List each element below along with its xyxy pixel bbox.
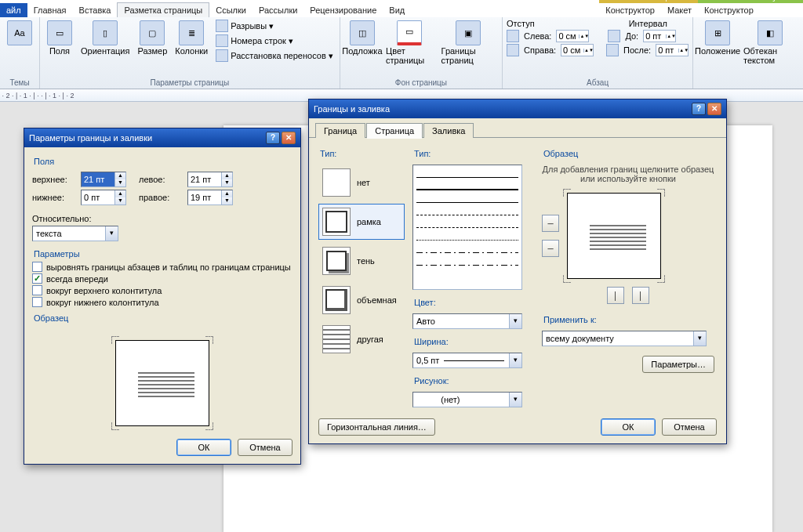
ribbon-tab-strip: айл Главная Вставка Разметка страницы Сс… xyxy=(0,0,803,17)
art-value: (нет) xyxy=(441,395,460,404)
chk-front[interactable]: ✓ xyxy=(32,273,42,284)
margin-top-spinner[interactable]: ▲▼ xyxy=(81,172,126,187)
group-arrange-label xyxy=(697,86,799,89)
spacing-after-icon xyxy=(606,44,619,56)
margin-bottom-input[interactable] xyxy=(82,190,114,204)
tab-insert[interactable]: Вставка xyxy=(73,3,118,17)
wrap-button[interactable]: ◧Обтекан текстом xyxy=(741,19,799,67)
chk-align-row[interactable]: выровнять границы абзацев и таблиц по гр… xyxy=(32,262,292,272)
options-title: Параметры границы и заливки xyxy=(29,133,152,143)
spacing-before-spinner[interactable]: 0 пт▲▼ xyxy=(643,30,676,42)
chk-footer[interactable] xyxy=(32,297,42,307)
spacing-after-spinner[interactable]: 0 пт▲▼ xyxy=(656,44,689,56)
page-color-label: Цвет страницы xyxy=(386,46,433,65)
setting-shadow[interactable]: тень xyxy=(318,243,405,279)
chk-header-label: вокруг верхнего колонтитула xyxy=(46,286,162,295)
apply-combo[interactable]: всему документу▾ xyxy=(542,331,707,346)
margin-right-input[interactable] xyxy=(188,190,221,204)
border-top-toggle[interactable]: ─ xyxy=(542,215,559,232)
tab-table-layout[interactable]: Макет xyxy=(661,3,698,17)
chevron-down-icon: ▾ xyxy=(509,353,521,367)
borders-help-button[interactable]: ? xyxy=(692,103,706,115)
indent-right-value: 0 см xyxy=(563,45,580,55)
tab-page-layout[interactable]: Разметка страницы xyxy=(117,2,209,17)
borders-ok-button[interactable]: ОК xyxy=(601,418,656,436)
columns-button[interactable]: ≣Колонки xyxy=(173,19,210,57)
tab-table-design[interactable]: Конструктор xyxy=(599,3,661,17)
indent-left-value: 0 см xyxy=(558,31,576,41)
border-bottom-toggle[interactable]: ─ xyxy=(542,240,559,257)
file-tab[interactable]: айл xyxy=(0,3,27,17)
preview-hint: Для добавления границ щелкните образец и… xyxy=(542,165,714,183)
indent-left-label: Слева: xyxy=(524,31,551,41)
relative-combo[interactable]: текста▾ xyxy=(32,226,118,241)
chk-footer-row[interactable]: вокруг нижнего колонтитула xyxy=(32,297,292,307)
margin-left-input[interactable] xyxy=(188,172,221,186)
tab-border[interactable]: Граница xyxy=(315,123,365,138)
tab-view[interactable]: Вид xyxy=(383,3,411,17)
margin-right-spinner[interactable]: ▲▼ xyxy=(187,190,233,205)
hyphenation-button[interactable]: Расстановка переносов ▾ xyxy=(213,49,335,63)
chk-footer-label: вокруг нижнего колонтитула xyxy=(46,298,159,307)
horizontal-line-button[interactable]: Горизонтальная линия… xyxy=(318,418,435,436)
borders-close-button[interactable]: ✕ xyxy=(707,103,721,115)
options-close-button[interactable]: ✕ xyxy=(282,132,296,144)
options-cancel-button[interactable]: Отмена xyxy=(238,439,292,456)
options-ok-button[interactable]: ОК xyxy=(176,439,231,456)
art-combo[interactable]: (нет)▾ xyxy=(412,392,522,407)
wrap-label: Обтекан текстом xyxy=(743,46,797,65)
setting-custom-label: другая xyxy=(357,335,383,344)
margins-button[interactable]: ▭Поля xyxy=(44,19,75,57)
chk-header-row[interactable]: вокруг верхнего колонтитула xyxy=(32,285,292,295)
style-listbox[interactable] xyxy=(412,165,522,290)
options-button[interactable]: Параметры… xyxy=(642,356,714,373)
border-left-toggle[interactable]: │ xyxy=(607,287,624,304)
color-combo[interactable]: Авто▾ xyxy=(412,313,522,329)
chk-front-row[interactable]: ✓всегда впереди xyxy=(32,273,292,284)
position-button[interactable]: ⊞Положение xyxy=(697,19,738,57)
breaks-button[interactable]: Разрывы ▾ xyxy=(213,19,335,33)
tab-review[interactable]: Рецензирование xyxy=(303,3,383,17)
margin-top-input[interactable] xyxy=(82,172,114,186)
borders-cancel-button[interactable]: Отмена xyxy=(662,418,717,436)
preview-sample[interactable] xyxy=(567,193,661,279)
setting-none[interactable]: нет xyxy=(318,165,405,201)
tab-shading[interactable]: Заливка xyxy=(423,123,474,138)
chk-align-label: выровнять границы абзацев и таблиц по гр… xyxy=(46,262,291,272)
line-numbers-button[interactable]: Номера строк ▾ xyxy=(213,34,335,48)
tab-mailings[interactable]: Рассылки xyxy=(253,3,303,17)
margin-bottom-spinner[interactable]: ▲▼ xyxy=(81,190,126,205)
hyphenation-icon xyxy=(216,49,228,62)
setting-box[interactable]: рамка xyxy=(318,204,405,240)
chk-align[interactable] xyxy=(32,262,42,272)
orientation-button[interactable]: ▯Ориентация xyxy=(78,19,132,57)
tab-header-design[interactable]: Конструктор xyxy=(698,3,760,17)
page-color-button[interactable]: ▭Цвет страницы xyxy=(383,19,435,67)
margin-right-label: правое: xyxy=(139,193,183,202)
size-button[interactable]: ▢Размер xyxy=(135,19,169,57)
position-label: Положение xyxy=(695,46,740,56)
margin-left-spinner[interactable]: ▲▼ xyxy=(187,172,233,187)
watermark-button[interactable]: ◫Подложка xyxy=(344,19,380,57)
themes-button[interactable]: Aa xyxy=(4,19,35,47)
tab-page[interactable]: Страница xyxy=(366,123,423,138)
width-combo[interactable]: 0,5 пт▾ xyxy=(412,353,522,368)
page-borders-button[interactable]: ▣Границы страниц xyxy=(439,19,498,67)
borders-titlebar[interactable]: Границы и заливка ? ✕ xyxy=(309,100,726,118)
group-page-bg-label: Фон страницы xyxy=(344,78,498,89)
chevron-down-icon: ▾ xyxy=(509,393,521,407)
border-right-toggle[interactable]: │ xyxy=(632,287,649,304)
borders-tabs: Граница Страница Заливка xyxy=(309,118,726,138)
chk-header[interactable] xyxy=(32,285,42,295)
indent-right-spinner[interactable]: 0 см▲▼ xyxy=(561,44,594,56)
indent-left-spinner[interactable]: 0 см▲▼ xyxy=(556,30,589,42)
setting-custom[interactable]: другая xyxy=(318,321,405,357)
options-help-button[interactable]: ? xyxy=(266,132,280,144)
setting-3d[interactable]: объемная xyxy=(318,282,405,318)
tab-references[interactable]: Ссылки xyxy=(209,3,253,17)
options-titlebar[interactable]: Параметры границы и заливки ? ✕ xyxy=(24,128,300,147)
margin-left-label: левое: xyxy=(139,175,183,184)
setting-box-icon xyxy=(322,208,351,236)
tab-home[interactable]: Главная xyxy=(27,3,73,17)
spacing-after-value: 0 пт xyxy=(658,45,674,55)
